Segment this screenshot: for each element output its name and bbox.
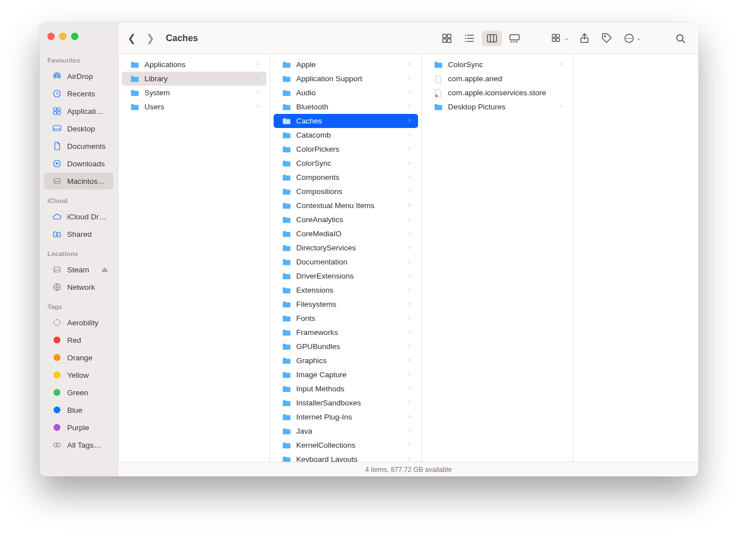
file-row[interactable]: KernelCollections bbox=[274, 438, 418, 452]
sidebar-item-orange[interactable]: Orange bbox=[44, 349, 113, 366]
shared-icon bbox=[52, 229, 62, 239]
sidebar-section-title: Favourites bbox=[39, 57, 118, 67]
sidebar-item-steam[interactable]: Steam⏏ bbox=[44, 261, 113, 278]
file-row[interactable]: Fonts bbox=[274, 311, 418, 325]
sidebar-item-green[interactable]: Green bbox=[44, 384, 113, 401]
window-close-button[interactable] bbox=[47, 33, 55, 40]
search-button[interactable] bbox=[670, 30, 691, 46]
forward-button[interactable]: ❯ bbox=[146, 32, 155, 45]
file-row[interactable]: InstallerSandboxes bbox=[274, 396, 418, 410]
sidebar-item-purple[interactable]: Purple bbox=[44, 419, 113, 436]
toolbar-actions: ⌄ ⌄ bbox=[547, 30, 644, 46]
file-row[interactable]: Image Capture bbox=[274, 368, 418, 382]
file-row[interactable]: Apple bbox=[274, 58, 418, 72]
file-row[interactable]: ColorPickers bbox=[274, 142, 418, 156]
sidebar-item-all-tags[interactable]: All Tags… bbox=[44, 436, 113, 453]
sidebar-item-label: Applications bbox=[67, 107, 108, 116]
file-row[interactable]: Filesystems bbox=[274, 297, 418, 311]
view-icons-button[interactable] bbox=[437, 30, 457, 46]
file-row[interactable]: Contextual Menu Items bbox=[274, 198, 418, 213]
file-name: ColorSync bbox=[296, 159, 402, 167]
folder-icon bbox=[282, 158, 292, 169]
view-list-button[interactable] bbox=[459, 30, 480, 46]
file-row[interactable]: Frameworks bbox=[274, 325, 418, 339]
file-row[interactable]: Input Methods bbox=[274, 382, 418, 396]
file-row[interactable]: Graphics bbox=[274, 354, 418, 368]
file-row[interactable]: System bbox=[122, 86, 266, 100]
sidebar-item-label: Orange bbox=[67, 354, 108, 362]
sidebar-item-blue[interactable]: Blue bbox=[44, 401, 113, 418]
file-row[interactable]: Caches bbox=[274, 114, 418, 128]
sidebar-item-network[interactable]: Network bbox=[44, 279, 113, 295]
sidebar-item-documents[interactable]: Documents bbox=[44, 138, 113, 154]
sidebar-item-recents[interactable]: Recents bbox=[44, 85, 113, 102]
eject-icon[interactable]: ⏏ bbox=[102, 266, 108, 273]
sidebar-item-yellow[interactable]: Yellow bbox=[44, 367, 113, 383]
group-by-button[interactable]: ⌄ bbox=[547, 30, 572, 46]
file-row[interactable]: Internet Plug-Ins bbox=[274, 410, 418, 424]
window-zoom-button[interactable] bbox=[71, 33, 78, 40]
file-row[interactable]: Application Support bbox=[274, 72, 418, 86]
file-row[interactable]: Documentation bbox=[274, 255, 418, 269]
folder-icon bbox=[130, 74, 140, 84]
sidebar-item-downloads[interactable]: Downloads bbox=[44, 155, 113, 172]
chevron-right-icon bbox=[407, 372, 412, 378]
desktop-icon bbox=[52, 123, 62, 134]
file-row[interactable]: DirectoryServices bbox=[274, 241, 418, 255]
share-button[interactable] bbox=[574, 30, 595, 46]
file-row[interactable]: CoreMediaIO bbox=[274, 227, 418, 241]
sidebar-item-shared[interactable]: Shared bbox=[44, 226, 113, 242]
sidebar-section-title: Tags bbox=[39, 303, 118, 314]
edit-tags-button[interactable] bbox=[597, 30, 617, 46]
file-row[interactable]: ColorSync bbox=[274, 156, 418, 170]
file-row[interactable]: Users bbox=[122, 100, 266, 114]
view-gallery-button[interactable] bbox=[504, 30, 525, 46]
sidebar-item-label: All Tags… bbox=[67, 441, 108, 449]
sidebar-item-aerobility[interactable]: Aerobility bbox=[44, 314, 113, 331]
chevron-right-icon bbox=[407, 315, 412, 322]
file-row[interactable]: Compositions bbox=[274, 184, 418, 198]
file-row[interactable]: GPUBundles bbox=[274, 339, 418, 354]
file-name: Users bbox=[144, 103, 250, 111]
file-row[interactable]: Components bbox=[274, 170, 418, 184]
window-minimize-button[interactable] bbox=[59, 33, 67, 40]
column-2[interactable]: ColorSynccom.apple.anedcom.apple.iconser… bbox=[422, 54, 574, 462]
file-row[interactable]: com.apple.aned bbox=[425, 72, 570, 86]
file-row[interactable]: Bluetooth bbox=[274, 100, 418, 114]
column-0[interactable]: ApplicationsLibrarySystemUsers bbox=[118, 54, 270, 462]
file-row[interactable]: Catacomb bbox=[274, 128, 418, 142]
more-actions-button[interactable]: ⌄ bbox=[619, 30, 644, 46]
sidebar-item-macintosh[interactable]: Macintosh… bbox=[44, 173, 113, 189]
file-name: Application Support bbox=[296, 74, 402, 83]
folder-icon bbox=[282, 356, 292, 366]
sidebar-item-label: Steam bbox=[67, 266, 94, 274]
file-row[interactable]: com.apple.iconservices.store bbox=[425, 86, 570, 100]
sidebar-item-red[interactable]: Red bbox=[44, 332, 113, 348]
sidebar-item-desktop[interactable]: Desktop bbox=[44, 120, 113, 137]
file-name: Catacomb bbox=[296, 131, 402, 139]
file-icon bbox=[433, 74, 443, 84]
file-name: Fonts bbox=[296, 314, 402, 323]
chevron-right-icon bbox=[407, 76, 412, 82]
view-columns-button[interactable] bbox=[482, 30, 502, 46]
file-row[interactable]: Keyboard Layouts bbox=[274, 452, 418, 462]
file-row[interactable]: ColorSync bbox=[425, 58, 570, 72]
file-row[interactable]: CoreAnalytics bbox=[274, 213, 418, 227]
sidebar-item-airdrop[interactable]: AirDrop bbox=[44, 68, 113, 85]
file-row[interactable]: Java bbox=[274, 424, 418, 438]
file-name: Keyboard Layouts bbox=[296, 455, 402, 462]
folder-icon bbox=[130, 88, 140, 98]
file-row[interactable]: Audio bbox=[274, 86, 418, 100]
sidebar-item-applications[interactable]: Applications bbox=[44, 103, 113, 120]
back-button[interactable]: ❮ bbox=[128, 32, 136, 45]
sidebar-item-icloud-drive[interactable]: iCloud Drive bbox=[44, 208, 113, 225]
file-row[interactable]: Applications bbox=[122, 58, 266, 72]
column-3[interactable] bbox=[574, 54, 698, 462]
file-row[interactable]: Desktop Pictures bbox=[425, 100, 570, 114]
file-row[interactable]: DriverExtensions bbox=[274, 269, 418, 283]
column-1[interactable]: AppleApplication SupportAudioBluetoothCa… bbox=[270, 54, 422, 462]
file-row[interactable]: Library bbox=[122, 72, 266, 86]
file-row[interactable]: Extensions bbox=[274, 283, 418, 297]
chevron-right-icon bbox=[407, 118, 412, 125]
folder-icon bbox=[130, 102, 140, 112]
